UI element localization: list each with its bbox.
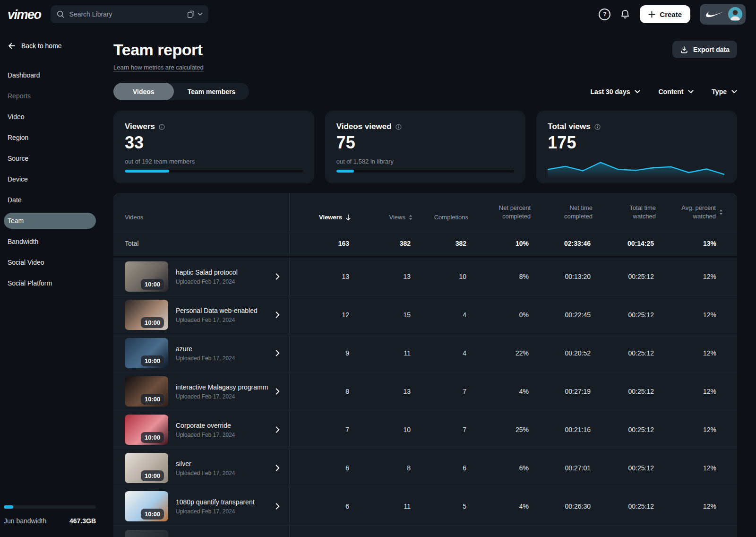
stat-cards: Viewers 33 out of 192 team members Video… <box>113 111 737 183</box>
video-upload-date: Uploaded Feb 17, 2024 <box>176 432 268 438</box>
total-cell: 13% <box>656 231 737 256</box>
total-cell: 382 <box>412 231 468 256</box>
videos-viewed-progress-track <box>336 170 515 173</box>
chevron-right-icon[interactable] <box>275 426 280 433</box>
table-row[interactable]: 10:00 azure Uploaded Feb 17, 2024 911422… <box>113 334 737 372</box>
sidebar-item-region[interactable]: Region <box>4 130 96 146</box>
video-cell[interactable]: 10:00 Personal Data web-enabled Uploaded… <box>113 296 290 334</box>
video-upload-date: Uploaded Feb 17, 2024 <box>176 355 268 362</box>
filter-last-30-days[interactable]: Last 30 days <box>590 88 640 95</box>
column-header-net-time-completed[interactable]: Net time completed <box>531 193 593 231</box>
sidebar-item-social-platform[interactable]: Social Platform <box>4 275 96 291</box>
create-button-label: Create <box>660 10 682 18</box>
create-button[interactable]: Create <box>640 5 690 23</box>
tab-team-members[interactable]: Team members <box>174 83 249 100</box>
viewers-card: Viewers 33 out of 192 team members <box>113 111 314 183</box>
video-thumbnail[interactable]: 10:00 <box>125 453 168 483</box>
total-views-sparkline <box>548 153 724 179</box>
total-cell: 10% <box>468 231 531 256</box>
sidebar-item-team[interactable]: Team <box>4 213 96 229</box>
duration-badge: 10:00 <box>141 279 164 290</box>
search-scope-chevron-down-icon[interactable] <box>198 12 203 16</box>
sort-descending-arrow-icon <box>345 214 351 221</box>
row-cell: 5 <box>412 487 468 525</box>
filter-content[interactable]: Content <box>658 88 694 95</box>
video-cell[interactable]: 10:00 1080p quantify transparent Uploade… <box>113 487 290 525</box>
video-thumbnail[interactable]: 10:00 <box>125 376 168 407</box>
video-cell[interactable]: 10:00 silver Uploaded Feb 17, 2024 <box>113 449 290 487</box>
column-header-total-time-watched[interactable]: Total time watched <box>593 193 656 231</box>
duration-badge: 10:00 <box>141 432 164 443</box>
video-cell[interactable]: 10:00 haptic Salad protocol Uploaded Feb… <box>113 258 290 295</box>
sidebar: Back to home DashboardReportsVideoRegion… <box>0 28 113 537</box>
vimeo-logo[interactable]: vimeo <box>8 7 41 22</box>
sidebar-item-bandwidth[interactable]: Bandwidth <box>4 234 96 250</box>
chevron-right-icon[interactable] <box>275 465 280 471</box>
search-placeholder: Search Library <box>69 10 182 18</box>
row-cell: 00:25:12 <box>593 411 656 449</box>
video-cell[interactable]: 10:00 azure Uploaded Feb 17, 2024 <box>113 334 290 372</box>
column-header-completions[interactable]: Completions <box>412 193 468 231</box>
chevron-right-icon[interactable] <box>275 273 280 280</box>
table-row[interactable]: 10:00 haptic Salad protocol Uploaded Feb… <box>113 258 737 296</box>
back-to-home-label: Back to home <box>21 42 62 50</box>
chevron-down-icon <box>731 90 737 94</box>
filter-type[interactable]: Type <box>712 88 737 95</box>
info-icon[interactable] <box>594 124 601 130</box>
column-header-videos[interactable]: Videos <box>113 193 290 231</box>
row-cell: 00:13:20 <box>531 258 593 295</box>
video-cell[interactable]: 10:00 Corporate override Uploaded Feb 17… <box>113 411 290 449</box>
column-header-views[interactable]: Views <box>351 193 412 231</box>
table-row[interactable]: 10:00 Corporate override Uploaded Feb 17… <box>113 411 737 449</box>
export-data-button[interactable]: Export data <box>672 41 737 58</box>
row-cell: 8% <box>468 258 531 295</box>
sort-both-icon <box>719 209 723 215</box>
info-icon[interactable] <box>159 124 165 130</box>
back-to-home-link[interactable]: Back to home <box>4 42 96 50</box>
sidebar-item-dashboard[interactable]: Dashboard <box>4 67 96 83</box>
table-row[interactable]: 10:00 interactive Malagasy programmi... … <box>113 372 737 411</box>
video-upload-date: Uploaded Feb 17, 2024 <box>176 393 268 400</box>
column-header-avg-percent-watched[interactable]: Avg. percent watched <box>656 193 737 231</box>
chevron-right-icon[interactable] <box>275 388 280 395</box>
row-cell: 4 <box>412 296 468 334</box>
viewers-card-title: Viewers <box>125 122 155 131</box>
row-cell: 4 <box>412 334 468 372</box>
notifications-bell-icon[interactable] <box>620 9 630 19</box>
sidebar-item-date[interactable]: Date <box>4 192 96 208</box>
chevron-right-icon[interactable] <box>275 312 280 318</box>
video-thumbnail[interactable]: 10:00 <box>125 261 168 292</box>
total-row-label: Total <box>113 231 290 256</box>
video-thumbnail[interactable]: 10:00 <box>125 491 168 521</box>
tab-videos[interactable]: Videos <box>113 83 174 100</box>
row-cell: 4% <box>468 372 531 410</box>
column-header-net-percent-completed[interactable]: Net percent completed <box>468 193 531 231</box>
video-title: interactive Malagasy programmi... <box>176 383 268 391</box>
video-thumbnail[interactable]: 10:00 <box>125 415 168 445</box>
filter-bar: Last 30 days Content Type <box>590 88 737 95</box>
total-views-card-title: Total views <box>548 122 590 131</box>
chevron-right-icon[interactable] <box>275 350 280 356</box>
row-cell: 00:25:12 <box>593 449 656 487</box>
search-input[interactable]: Search Library <box>51 5 208 23</box>
sidebar-item-social-video[interactable]: Social Video <box>4 254 96 270</box>
total-cell: 02:33:46 <box>531 231 593 256</box>
info-icon[interactable] <box>395 124 402 130</box>
metrics-help-link[interactable]: Learn how metrics are calculated <box>113 64 204 71</box>
column-header-viewers[interactable]: Viewers <box>290 193 351 231</box>
video-thumbnail[interactable]: 10:00 <box>125 300 168 330</box>
table-row[interactable]: 10:00 silver Uploaded Feb 17, 2024 6866%… <box>113 449 737 487</box>
video-cell[interactable]: 10:00 interactive Malagasy programmi... … <box>113 372 290 410</box>
sidebar-item-source[interactable]: Source <box>4 150 96 166</box>
help-icon[interactable]: ? <box>599 9 610 20</box>
account-menu[interactable] <box>700 4 746 25</box>
sidebar-item-device[interactable]: Device <box>4 171 96 187</box>
chevron-right-icon[interactable] <box>275 503 280 510</box>
sidebar-item-video[interactable]: Video <box>4 109 96 125</box>
videos-viewed-card: Videos viewed 75 out of 1,582 in library <box>325 111 526 183</box>
table-row[interactable]: 10:00 1080p quantify transparent Uploade… <box>113 487 737 526</box>
row-cell: 00:20:52 <box>531 334 593 372</box>
row-cell: 00:25:12 <box>593 258 656 295</box>
video-thumbnail[interactable]: 10:00 <box>125 338 168 368</box>
table-row[interactable]: 10:00 Personal Data web-enabled Uploaded… <box>113 296 737 334</box>
